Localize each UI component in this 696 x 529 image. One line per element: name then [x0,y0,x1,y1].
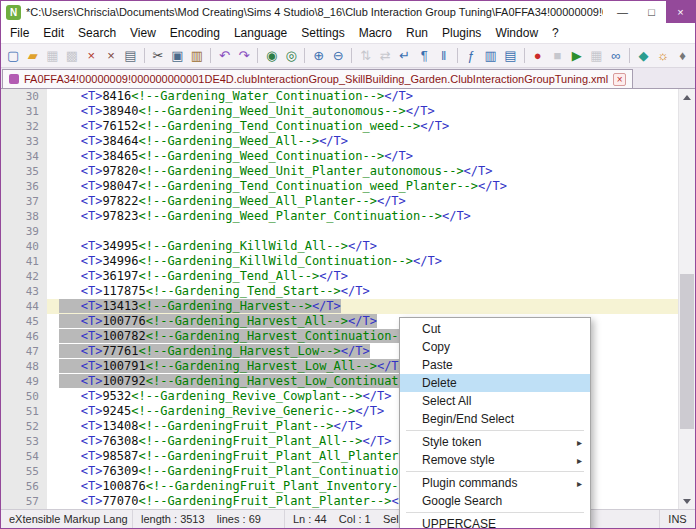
code-line[interactable]: 41 <T>34996<!--Gardening_KillWild_Contin… [1,254,678,269]
line-number: 30 [1,89,47,104]
indent-guide-button[interactable]: ‖ [434,46,453,65]
toolbar-separator [257,48,258,63]
line-number: 41 [1,254,47,269]
zoom-in-icon: ⊕ [313,49,324,62]
code-line[interactable]: 30 <T>8416<!--Gardening_Water_Continuati… [1,89,678,104]
run-macro-multiple-times-button[interactable]: ∞ [607,46,626,65]
redo-button[interactable]: ↷ [235,46,254,65]
close-file-button[interactable]: × [82,46,101,65]
submenu-arrow-icon: ▸ [577,455,582,466]
menu-item-settings[interactable]: Settings [294,24,351,42]
replace-button[interactable]: ◎ [282,46,301,65]
code-line[interactable]: 40 <T>34995<!--Gardening_KillWild_All-->… [1,239,678,254]
zoom-out-button[interactable]: ⊖ [329,46,348,65]
minimize-button[interactable]: — [608,1,637,23]
stop-recording-icon: ■ [553,49,561,62]
playback-macro-button[interactable]: ▶ [568,46,587,65]
code-line[interactable]: 31 <T>38940<!--Gardening_Weed_Unit_auton… [1,104,678,119]
code-text: <T>97820<!--Gardening_Weed_Unit_Planter_… [47,164,678,179]
menu-item-plugins[interactable]: Plugins [435,24,488,42]
line-number: 44 [1,299,47,314]
context-menu-item-cut[interactable]: Cut [400,320,590,338]
scroll-up-icon [683,95,691,100]
menu-item-macro[interactable]: Macro [352,24,399,42]
code-line[interactable]: 32 <T>76152<!--Gardening_Tend_Continuati… [1,119,678,134]
open-file-button[interactable]: ▰ [24,46,43,65]
toolbar-separator [457,48,458,63]
save-recorded-macro-button[interactable]: ▦ [587,46,606,65]
line-number: 38 [1,209,47,224]
new-file-button[interactable]: ▢ [4,46,23,65]
title-bar: N *C:\Users\Chriscia\Documents\Mod Creat… [1,1,695,23]
context-menu: CutCopyPasteDeleteSelect AllBegin/End Se… [399,317,591,529]
undo-button[interactable]: ↶ [215,46,234,65]
menu-item-edit[interactable]: Edit [36,24,71,42]
context-menu-item-begin-end-select[interactable]: Begin/End Select [400,410,590,428]
function-list-button[interactable]: ƒ [462,46,481,65]
context-menu-item-style-token[interactable]: Style token▸ [400,433,590,451]
plugin-command-1-button[interactable]: ◆ [634,46,653,65]
document-list-icon: ▤ [504,49,516,62]
menu-item-help[interactable]: ? [545,24,566,42]
plugin-command-2-button[interactable]: ☼ [654,46,673,65]
menu-item-window[interactable]: Window [488,24,545,42]
context-menu-item-plugin-commands[interactable]: Plugin commands▸ [400,474,590,492]
document-map-button[interactable]: ▥ [482,46,501,65]
maximize-button[interactable]: □ [637,1,666,23]
menu-item-search[interactable]: Search [71,24,123,42]
menu-item-encoding[interactable]: Encoding [163,24,227,42]
vertical-scrollbar[interactable] [678,89,695,509]
context-menu-item-label: Select All [422,394,582,408]
menu-item-language[interactable]: Language [227,24,294,42]
plugin-command-3-button[interactable]: ♦ [673,46,692,65]
code-line[interactable]: 38 <T>97823<!--Gardening_Weed_Planter_Co… [1,209,678,224]
cut-button[interactable]: ✂ [149,46,168,65]
scroll-up-button[interactable] [679,89,695,105]
paste-button[interactable]: ▥ [188,46,207,65]
word-wrap-button[interactable]: ↵ [395,46,414,65]
save-file-button[interactable]: ▦ [43,46,62,65]
context-menu-item-delete[interactable]: Delete [400,374,590,392]
close-tab-button[interactable]: × [613,73,626,86]
menu-item-file[interactable]: File [3,24,36,42]
print-button[interactable]: ▤ [121,46,140,65]
line-number: 39 [1,224,47,239]
context-menu-item-google-search[interactable]: Google Search [400,492,590,510]
sync-horizontal-scrolling-button[interactable]: ⇄ [376,46,395,65]
document-list-button[interactable]: ▤ [501,46,520,65]
code-line[interactable]: 39 [1,224,678,239]
context-menu-item-paste[interactable]: Paste [400,356,590,374]
line-number: 31 [1,104,47,119]
plugin-command-3-icon: ♦ [679,49,686,62]
stop-recording-button[interactable]: ■ [548,46,567,65]
close-all-files-button[interactable]: × [102,46,121,65]
close-button[interactable]: × [666,1,695,23]
code-line[interactable]: 37 <T>97822<!--Gardening_Weed_All_Plante… [1,194,678,209]
sync-vertical-scrolling-button[interactable]: ⇅ [356,46,375,65]
code-line[interactable]: 44 <T>13413<!--Gardening_Harvest--></T> [1,299,678,314]
scrollbar-thumb[interactable] [680,274,694,429]
save-all-button[interactable]: ▩ [63,46,82,65]
code-line[interactable]: 34 <T>38465<!--Gardening_Weed_Continuati… [1,149,678,164]
zoom-in-button[interactable]: ⊕ [309,46,328,65]
toolbar-separator [351,48,352,63]
context-menu-item-copy[interactable]: Copy [400,338,590,356]
start-recording-button[interactable]: ● [529,46,548,65]
code-text: <T>117875<!--Gardening_Tend_Start--></T> [47,284,678,299]
menu-item-view[interactable]: View [123,24,163,42]
context-menu-item-uppercase[interactable]: UPPERCASE [400,515,590,529]
menu-bar: FileEditSearchViewEncodingLanguageSettin… [1,23,695,43]
code-line[interactable]: 43 <T>117875<!--Gardening_Tend_Start--><… [1,284,678,299]
menu-item-run[interactable]: Run [399,24,435,42]
find-button[interactable]: ◉ [262,46,281,65]
copy-button[interactable]: ▣ [168,46,187,65]
code-line[interactable]: 42 <T>36197<!--Gardening_Tend_All--></T> [1,269,678,284]
code-line[interactable]: 36 <T>98047<!--Gardening_Tend_Continuati… [1,179,678,194]
tab-active[interactable]: FA0FFA34!00000009!000000000001DE4D.clubI… [2,69,633,88]
scroll-down-button[interactable] [679,493,695,509]
code-line[interactable]: 35 <T>97820<!--Gardening_Weed_Unit_Plant… [1,164,678,179]
show-all-characters-button[interactable]: ¶ [415,46,434,65]
context-menu-item-remove-style[interactable]: Remove style▸ [400,451,590,469]
code-line[interactable]: 33 <T>38464<!--Gardening_Weed_All--></T> [1,134,678,149]
context-menu-item-select-all[interactable]: Select All [400,392,590,410]
